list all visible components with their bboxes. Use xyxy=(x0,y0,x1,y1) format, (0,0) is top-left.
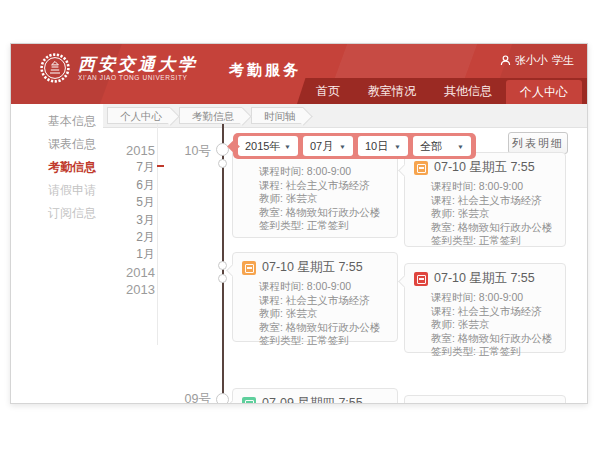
app-title: 考勤服务 xyxy=(229,61,301,80)
field-label: 课程: xyxy=(431,194,455,206)
chevron-down-icon: ▼ xyxy=(284,143,291,149)
app-window: 西安交通大学 XI'AN JIAO TONG UNIVERSITY 考勤服务 张… xyxy=(10,43,588,404)
date-filter-bubble: 2015年 ▼ 07月 ▼ 10日 ▼ 全部 ▼ xyxy=(233,133,476,159)
field-value: 张芸京 xyxy=(458,207,490,219)
status-icon xyxy=(414,161,428,175)
field-value: 8:00-9:00 xyxy=(479,180,523,192)
field-value: 8:00-9:00 xyxy=(307,280,351,292)
day-marker-10: 10号 xyxy=(179,143,211,160)
sidebar-divider xyxy=(157,120,158,345)
timeline-year-2013[interactable]: 2013 xyxy=(51,281,155,298)
field-value: 社会主义市场经济 xyxy=(458,305,542,317)
field-label: 教师: xyxy=(259,307,283,319)
field-label: 教师: xyxy=(259,192,283,204)
field-label: 签到类型: xyxy=(431,345,476,357)
status-icon xyxy=(242,261,256,275)
day-marker-09: 09号 xyxy=(179,391,211,404)
card-date: 07-10 星期五 7:55 xyxy=(434,270,535,287)
chevron-down-icon: ▼ xyxy=(457,143,464,149)
field-label: 课程: xyxy=(259,294,283,306)
list-detail-button[interactable]: 列表明细 xyxy=(508,132,568,154)
user-icon xyxy=(500,55,511,66)
field-label: 课程时间: xyxy=(259,280,304,292)
user-name: 张小小 xyxy=(515,53,548,68)
timeline-nav: 2015 7月 6月 5月 3月 2月 1月 2014 2013 xyxy=(51,142,155,299)
month-select[interactable]: 07月 ▼ xyxy=(303,136,353,156)
breadcrumb-timeline[interactable]: 时间轴 xyxy=(251,107,304,124)
field-value: 张芸京 xyxy=(458,318,490,330)
timeline-month-may[interactable]: 5月 xyxy=(51,194,155,211)
breadcrumb-personal-center[interactable]: 个人中心 xyxy=(107,107,170,124)
field-value: 社会主义市场经济 xyxy=(458,194,542,206)
year-select[interactable]: 2015年 ▼ xyxy=(238,136,298,156)
attendance-card: 07-10 星期五 7:55 课程时间: 8:00-9:00 课程: 社会主义市… xyxy=(404,152,566,247)
timeline-node xyxy=(218,261,227,270)
attendance-card: 课程时间: 8:00-9:00 课程: 社会主义市场经济 教师: 张芸京 教室:… xyxy=(232,148,398,238)
field-label: 课程: xyxy=(259,179,283,191)
app-header: 西安交通大学 XI'AN JIAO TONG UNIVERSITY 考勤服务 张… xyxy=(11,44,587,104)
field-label: 教室: xyxy=(259,321,283,333)
field-value: 正常签到 xyxy=(479,234,521,246)
chevron-down-icon: ▼ xyxy=(394,143,401,149)
field-value: 社会主义市场经济 xyxy=(286,179,370,191)
field-value: 格物致知行政办公楼 xyxy=(286,206,381,218)
timeline-year-2014[interactable]: 2014 xyxy=(51,264,155,281)
attendance-card: 07-10 星期五 7:55 课程时间: 8:00-9:00 课程: 社会主义市… xyxy=(232,252,398,342)
field-label: 签到类型: xyxy=(431,234,476,246)
field-label: 教室: xyxy=(431,221,455,233)
field-value: 张芸京 xyxy=(286,307,318,319)
field-label: 签到类型: xyxy=(259,334,304,346)
field-value: 正常签到 xyxy=(307,334,349,346)
field-label: 课程时间: xyxy=(431,291,476,303)
field-value: 正常签到 xyxy=(307,219,349,231)
university-logo: 西安交通大学 XI'AN JIAO TONG UNIVERSITY xyxy=(39,52,198,84)
university-seal-icon xyxy=(39,52,71,84)
field-label: 教师: xyxy=(431,207,455,219)
field-label: 教室: xyxy=(259,206,283,218)
status-icon xyxy=(242,397,256,405)
field-label: 课程: xyxy=(431,305,455,317)
attendance-card: 07-10 星期五 7:55 课程时间: 8:00-9:00 课程: 社会主义市… xyxy=(404,263,566,353)
field-value: 格物致知行政办公楼 xyxy=(458,221,553,233)
field-label: 教师: xyxy=(431,318,455,330)
field-value: 社会主义市场经济 xyxy=(286,294,370,306)
timeline-month-feb[interactable]: 2月 xyxy=(51,229,155,246)
breadcrumb: 个人中心 考勤信息 时间轴 xyxy=(103,104,587,128)
field-value: 格物致知行政办公楼 xyxy=(458,332,553,344)
field-value: 正常签到 xyxy=(479,345,521,357)
university-name-en: XI'AN JIAO TONG UNIVERSITY xyxy=(78,74,198,81)
user-role: 学生 xyxy=(552,53,574,68)
card-date: 07-10 星期五 7:55 xyxy=(262,259,363,276)
field-label: 课程时间: xyxy=(431,180,476,192)
type-select[interactable]: 全部 ▼ xyxy=(413,136,471,156)
chevron-down-icon: ▼ xyxy=(339,143,346,149)
field-label: 签到类型: xyxy=(259,219,304,231)
timeline-node xyxy=(216,393,229,404)
timeline-node xyxy=(218,159,227,168)
field-label: 课程时间: xyxy=(259,165,304,177)
timeline-month-jul[interactable]: 7月 xyxy=(51,159,155,176)
nav-item-personal-center[interactable]: 个人中心 xyxy=(506,80,582,104)
timeline-month-jan[interactable]: 1月 xyxy=(51,246,155,263)
university-name-cn: 西安交通大学 xyxy=(78,55,198,74)
breadcrumb-attendance-info[interactable]: 考勤信息 xyxy=(179,107,242,124)
nav-item-home[interactable]: 首页 xyxy=(302,78,354,104)
card-date: 07-09 星期四 7:55 xyxy=(262,395,363,404)
field-value: 张芸京 xyxy=(286,192,318,204)
attendance-card: 07-09 星期四 7:55 xyxy=(232,388,398,404)
timeline-month-mar[interactable]: 3月 xyxy=(51,212,155,229)
timeline-node xyxy=(218,274,227,283)
main-nav: 首页 教室情况 其他信息 个人中心 xyxy=(302,78,582,104)
timeline-year-2015[interactable]: 2015 xyxy=(51,142,155,159)
nav-item-classrooms[interactable]: 教室情况 xyxy=(354,78,430,104)
nav-item-other-info[interactable]: 其他信息 xyxy=(430,78,506,104)
field-value: 8:00-9:00 xyxy=(479,291,523,303)
card-date: 07-10 星期五 7:55 xyxy=(434,159,535,176)
timeline-month-jun[interactable]: 6月 xyxy=(51,177,155,194)
attendance-card-partial xyxy=(404,395,566,404)
day-select[interactable]: 10日 ▼ xyxy=(358,136,408,156)
status-icon xyxy=(414,272,428,286)
user-menu[interactable]: 张小小 学生 xyxy=(500,53,574,68)
field-value: 格物致知行政办公楼 xyxy=(286,321,381,333)
field-value: 8:00-9:00 xyxy=(307,165,351,177)
